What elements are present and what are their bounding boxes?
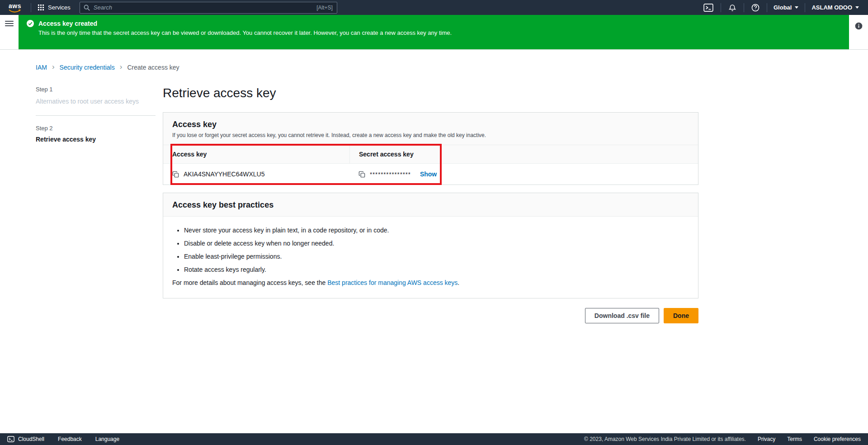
download-csv-button[interactable]: Download .csv file: [585, 308, 659, 323]
region-selector[interactable]: Global: [772, 4, 800, 11]
chevron-right-icon: ›: [52, 63, 55, 71]
best-practices-body: Never store your access key in plain tex…: [163, 217, 698, 298]
chevron-down-icon: [855, 6, 859, 9]
wizard-main-column: Retrieve access key Access key If you lo…: [163, 86, 698, 323]
best-practices-panel: Access key best practices Never store yo…: [163, 193, 698, 298]
topbar-right-group: Global ASLAM ODOO: [701, 3, 861, 12]
info-panel-button[interactable]: [855, 22, 863, 32]
search-shortcut-hint: [Alt+S]: [316, 5, 333, 11]
banner-title: Access key created: [38, 20, 97, 27]
search-input[interactable]: [80, 2, 337, 14]
region-label: Global: [774, 4, 792, 11]
services-menu[interactable]: Services: [36, 4, 72, 11]
notifications-button[interactable]: [726, 4, 739, 12]
copy-icon: [172, 171, 179, 178]
step1-label: Step 1: [36, 86, 156, 93]
banner-row: Access key created This is the only time…: [0, 15, 868, 49]
chevron-right-icon: ›: [120, 63, 123, 71]
topbar-divider: [744, 3, 744, 12]
secret-key-cell: *************** Show: [349, 164, 698, 185]
best-practice-item: Never store your access key in plain tex…: [184, 227, 689, 234]
footer-cloudshell-label: CloudShell: [18, 436, 44, 442]
aws-logo-text: aws: [9, 3, 21, 9]
top-navbar: aws Services [Alt+S]: [0, 0, 868, 15]
footer-terms-link[interactable]: Terms: [787, 436, 802, 442]
footer-language-link[interactable]: Language: [95, 436, 119, 442]
aws-smile-icon: [8, 9, 22, 13]
step2-title: Retrieve access key: [36, 136, 156, 143]
topbar-divider: [767, 3, 767, 12]
help-icon: [751, 4, 760, 12]
copy-secret-key-button[interactable]: [359, 171, 365, 178]
right-info-strip: [849, 15, 868, 49]
best-practice-item: Enable least-privilege permissions.: [184, 253, 689, 260]
best-practices-link[interactable]: Best practices for managing AWS access k…: [327, 279, 458, 286]
chevron-down-icon: [795, 6, 798, 9]
services-label: Services: [48, 4, 71, 11]
access-key-table: Access key Secret access key AKIA4SNA: [163, 145, 698, 185]
footer-feedback-link[interactable]: Feedback: [58, 436, 82, 442]
secret-key-column-header: Secret access key: [349, 145, 698, 163]
access-key-panel: Access key If you lose or forget your se…: [163, 112, 698, 185]
access-key-table-row: AKIA4SNAYYHEC64WXLU5 *************** Sho…: [163, 164, 698, 185]
hamburger-menu-icon[interactable]: [5, 19, 14, 28]
global-search: [Alt+S]: [80, 2, 337, 14]
show-secret-key-link[interactable]: Show: [420, 170, 437, 178]
steps-divider: [36, 115, 156, 116]
best-practice-item: Disable or delete access key when no lon…: [184, 240, 689, 247]
breadcrumb: IAM › Security credentials › Create acce…: [36, 63, 868, 71]
cloudshell-button[interactable]: [701, 4, 716, 12]
best-practices-panel-header: Access key best practices: [163, 193, 698, 217]
best-practices-title: Access key best practices: [172, 200, 689, 210]
wizard-steps-nav: Step 1 Alternatives to root user access …: [36, 86, 163, 323]
services-grid-icon: [38, 4, 44, 11]
more-details-suffix: .: [458, 279, 459, 286]
help-button[interactable]: [749, 4, 762, 12]
success-check-icon: [27, 20, 34, 27]
footer-privacy-link[interactable]: Privacy: [758, 436, 775, 442]
bell-icon: [728, 4, 736, 12]
secret-key-masked-value: ***************: [370, 171, 411, 178]
main-content: IAM › Security credentials › Create acce…: [0, 50, 868, 433]
step1-title: Alternatives to root user access keys: [36, 97, 156, 106]
access-key-table-header: Access key Secret access key: [163, 145, 698, 164]
aws-logo[interactable]: aws: [8, 3, 22, 13]
access-key-panel-header: Access key If you lose or forget your se…: [163, 113, 698, 145]
footer-cookie-preferences-link[interactable]: Cookie preferences: [814, 436, 861, 442]
access-key-panel-title: Access key: [172, 120, 689, 129]
account-label: ASLAM ODOO: [811, 4, 852, 11]
access-key-cell: AKIA4SNAYYHEC64WXLU5: [163, 164, 349, 185]
topbar-divider: [721, 3, 721, 12]
footer-copyright: © 2023, Amazon Web Services India Privat…: [584, 436, 746, 442]
info-icon: [855, 22, 863, 30]
copy-icon: [359, 171, 365, 178]
left-nav-strip: [0, 15, 19, 49]
copy-access-key-button[interactable]: [172, 171, 179, 178]
access-key-panel-description: If you lose or forget your secret access…: [172, 132, 689, 138]
search-icon: [84, 5, 90, 12]
more-details-prefix: For more details about managing access k…: [172, 279, 327, 286]
best-practices-more-text: For more details about managing access k…: [172, 279, 689, 286]
topbar-divider: [805, 3, 805, 12]
cloudshell-terminal-icon: [703, 4, 713, 12]
footer-bar: CloudShell Feedback Language © 2023, Ama…: [0, 433, 868, 445]
footer-cloudshell-button[interactable]: CloudShell: [7, 436, 44, 442]
account-menu[interactable]: ASLAM ODOO: [810, 4, 861, 11]
best-practice-item: Rotate access keys regularly.: [184, 266, 689, 273]
access-key-column-header: Access key: [163, 145, 349, 163]
wizard-actions: Download .csv file Done: [163, 308, 698, 323]
banner-message: This is the only time that the secret ac…: [38, 29, 841, 36]
topbar-divider: [31, 3, 31, 12]
breadcrumb-iam[interactable]: IAM: [36, 64, 47, 71]
breadcrumb-security-credentials[interactable]: Security credentials: [60, 64, 115, 71]
done-button[interactable]: Done: [664, 308, 698, 323]
access-key-value: AKIA4SNAYYHEC64WXLU5: [184, 170, 264, 178]
cloudshell-icon: [7, 436, 14, 442]
breadcrumb-current: Create access key: [127, 64, 179, 71]
success-flashbar: Access key created This is the only time…: [19, 15, 849, 49]
page-title: Retrieve access key: [163, 86, 698, 100]
step2-label: Step 2: [36, 125, 156, 132]
best-practices-list: Never store your access key in plain tex…: [184, 227, 689, 273]
